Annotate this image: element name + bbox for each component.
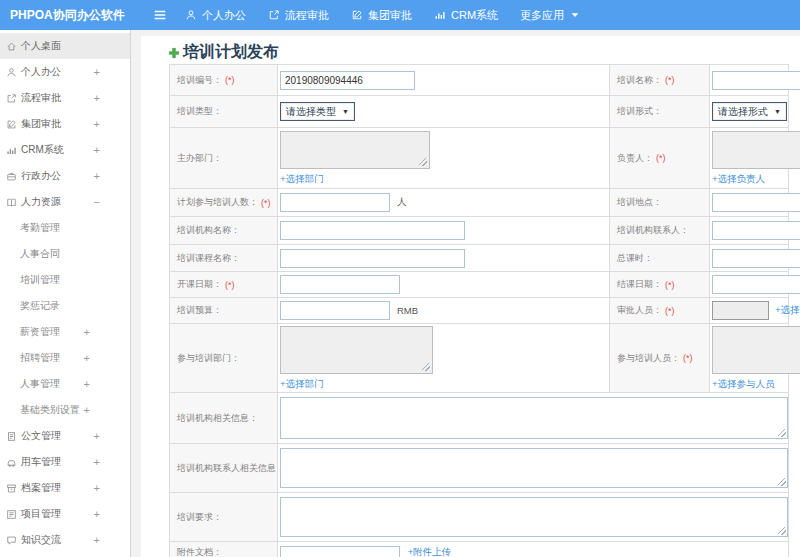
sidebar-item-project-mgmt[interactable]: 项目管理+ bbox=[0, 501, 130, 527]
sidebar-item-personal-desktop[interactable]: 个人桌面 bbox=[0, 33, 130, 59]
expander-plus-icon[interactable]: + bbox=[94, 482, 100, 494]
expander-plus-icon[interactable]: + bbox=[94, 170, 100, 182]
user-icon bbox=[185, 9, 197, 21]
app-root: PHPOA协同办公软件 个人办公流程审批集团审批CRM系统更多应用 个人桌面个人… bbox=[0, 0, 800, 557]
sidebar-item-label: 公文管理 bbox=[21, 429, 61, 443]
form-row: 附件文档：+附件上传 bbox=[170, 542, 788, 557]
expander-plus-icon[interactable]: + bbox=[94, 144, 100, 156]
form-row: 开课日期：(*)结课日期：(*) bbox=[170, 272, 788, 298]
expander-plus-icon[interactable]: + bbox=[94, 534, 100, 546]
planned-participants-input[interactable] bbox=[280, 193, 390, 212]
total-hours-input[interactable] bbox=[712, 249, 800, 268]
host-department-box[interactable] bbox=[280, 131, 430, 169]
form-row: 培训要求： bbox=[170, 493, 788, 542]
attachment-input[interactable] bbox=[280, 546, 400, 557]
sidebar-item-attendance-mgmt[interactable]: 考勤管理 bbox=[0, 215, 130, 241]
nav-item-personal-office[interactable]: 个人办公 bbox=[185, 8, 246, 23]
training-org-contact-label: 培训机构联系人： bbox=[610, 217, 710, 244]
sidebar-item-human-resources[interactable]: 人力资源− bbox=[0, 189, 130, 215]
participants-picker-link[interactable]: +选择参与人员 bbox=[712, 378, 775, 391]
training-course-name-input[interactable] bbox=[280, 249, 465, 268]
training-type-select[interactable]: 请选择类型▼ bbox=[280, 102, 355, 121]
training-place-label: 培训地点： bbox=[610, 189, 710, 216]
training-org-contact-input[interactable] bbox=[712, 221, 800, 240]
sidebar-item-workflow-approval[interactable]: 流程审批+ bbox=[0, 85, 130, 111]
participating-departments-box[interactable] bbox=[280, 326, 433, 374]
page-title: 培训计划发布 bbox=[168, 42, 279, 63]
host-department-field: +选择部门 bbox=[278, 128, 610, 188]
sidebar-item-personal-office[interactable]: 个人办公+ bbox=[0, 59, 130, 85]
participants-box[interactable] bbox=[712, 326, 800, 374]
training-place-input[interactable] bbox=[712, 193, 800, 212]
leader-picker-link[interactable]: +选择负责人 bbox=[712, 173, 765, 186]
sidebar-item-label: 行政办公 bbox=[21, 169, 61, 183]
expander-plus-icon[interactable]: + bbox=[94, 430, 100, 442]
required-mark: (*) bbox=[665, 306, 675, 316]
training-form-select[interactable]: 请选择形式▼ bbox=[712, 102, 787, 121]
expander-plus-icon[interactable]: + bbox=[94, 508, 100, 520]
sidebar-item-personnel-mgmt[interactable]: 人事管理+ bbox=[0, 371, 130, 397]
training-name-input[interactable] bbox=[712, 71, 800, 90]
menu-icon[interactable] bbox=[145, 8, 175, 22]
sidebar-item-admin-office[interactable]: 行政办公+ bbox=[0, 163, 130, 189]
training-org-name-label: 培训机构名称： bbox=[170, 217, 278, 244]
training-requirements-textarea[interactable] bbox=[280, 497, 788, 537]
sidebar-item-recruit-mgmt[interactable]: 招聘管理+ bbox=[0, 345, 130, 371]
training-org-name-input[interactable] bbox=[280, 221, 465, 240]
sidebar-item-label: 人事管理 bbox=[20, 377, 60, 391]
training-no-label: 培训编号：(*) bbox=[170, 65, 278, 95]
expander-plus-icon[interactable]: + bbox=[84, 404, 90, 416]
sidebar-item-vehicle-mgmt[interactable]: 用车管理+ bbox=[0, 449, 130, 475]
org-related-info-textarea[interactable] bbox=[280, 397, 788, 439]
participants-label: 参与培训人员：(*) bbox=[610, 324, 710, 392]
flow-icon bbox=[6, 93, 17, 104]
form-row: 培训课程名称：总课时： bbox=[170, 245, 788, 272]
nav-item-crm-system[interactable]: CRM系统 bbox=[434, 8, 498, 23]
training-budget-input[interactable] bbox=[280, 301, 390, 320]
training-org-contact-field bbox=[710, 217, 788, 244]
expander-plus-icon[interactable]: + bbox=[84, 378, 90, 390]
leader-box[interactable] bbox=[712, 131, 800, 169]
form-row: 培训机构名称：培训机构联系人： bbox=[170, 217, 788, 245]
training-no-input[interactable] bbox=[280, 71, 415, 90]
attachment-upload-link[interactable]: +附件上传 bbox=[408, 546, 452, 557]
org-contact-related-info-label: 培训机构联系人相关信息： bbox=[170, 444, 278, 492]
participants-field: +选择参与人员 bbox=[710, 324, 788, 392]
sidebar-item-base-category-settings[interactable]: 基础类别设置+ bbox=[0, 397, 130, 423]
expander-plus-icon[interactable]: + bbox=[94, 118, 100, 130]
expander-plus-icon[interactable]: + bbox=[94, 66, 100, 78]
sidebar-item-reward-records[interactable]: 奖惩记录 bbox=[0, 293, 130, 319]
sidebar-item-label: 招聘管理 bbox=[20, 351, 60, 365]
sidebar-item-personnel-contract[interactable]: 人事合同 bbox=[0, 241, 130, 267]
nav-item-label: 集团审批 bbox=[368, 8, 412, 23]
end-date-input[interactable] bbox=[712, 275, 800, 294]
participating-departments-picker-link[interactable]: +选择部门 bbox=[280, 378, 324, 391]
approver-field: +选择审批人员 bbox=[710, 298, 788, 323]
page-title-text: 培训计划发布 bbox=[183, 42, 279, 63]
approver-box[interactable] bbox=[712, 301, 769, 320]
training-budget-label: 培训预算： bbox=[170, 298, 278, 323]
approver-picker-link[interactable]: +选择审批人员 bbox=[775, 304, 800, 317]
sidebar-item-archive-mgmt[interactable]: 档案管理+ bbox=[0, 475, 130, 501]
nav-item-group-approval[interactable]: 集团审批 bbox=[351, 8, 412, 23]
sidebar-item-salary-mgmt[interactable]: 薪资管理+ bbox=[0, 319, 130, 345]
org-contact-related-info-textarea[interactable] bbox=[280, 448, 788, 488]
host-department-picker-link[interactable]: +选择部门 bbox=[280, 173, 324, 186]
caret-down-icon: ▼ bbox=[342, 108, 349, 115]
caret-down-icon: ▼ bbox=[774, 108, 781, 115]
sidebar-item-knowledge-exchange[interactable]: 知识交流+ bbox=[0, 527, 130, 553]
sidebar-item-group-approval[interactable]: 集团审批+ bbox=[0, 111, 130, 137]
expander-plus-icon[interactable]: + bbox=[94, 456, 100, 468]
expander-plus-icon[interactable]: + bbox=[94, 92, 100, 104]
nav-item-workflow-approval[interactable]: 流程审批 bbox=[268, 8, 329, 23]
nav-item-more-apps[interactable]: 更多应用 bbox=[520, 8, 581, 23]
expander-plus-icon[interactable]: + bbox=[84, 352, 90, 364]
start-date-field bbox=[278, 272, 610, 297]
expander-minus-icon[interactable]: − bbox=[94, 196, 100, 208]
sidebar-item-document-mgmt[interactable]: 公文管理+ bbox=[0, 423, 130, 449]
sidebar-item-training-mgmt[interactable]: 培训管理 bbox=[0, 267, 130, 293]
sidebar-item-crm-system[interactable]: CRM系统+ bbox=[0, 137, 130, 163]
start-date-input[interactable] bbox=[280, 275, 400, 294]
required-mark: (*) bbox=[225, 75, 235, 85]
expander-plus-icon[interactable]: + bbox=[84, 326, 90, 338]
